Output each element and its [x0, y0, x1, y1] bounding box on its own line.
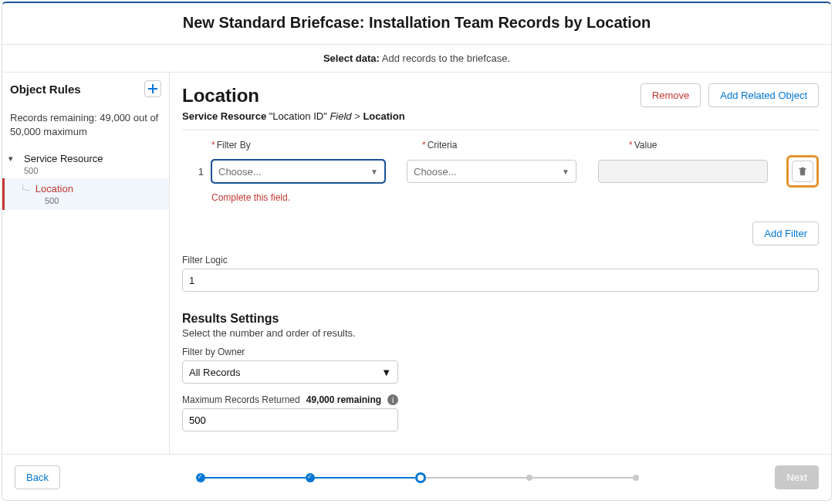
- page-title: Location: [182, 85, 259, 107]
- caret-down-icon: ▼: [370, 167, 378, 176]
- breadcrumb-separator: >: [354, 110, 363, 122]
- add-object-rule-button[interactable]: [144, 80, 161, 97]
- filter-by-combobox[interactable]: Choose... ▼: [211, 160, 385, 183]
- combobox-value: All Records: [189, 367, 240, 378]
- max-records-input[interactable]: [182, 408, 398, 431]
- step-line: [315, 477, 415, 479]
- chevron-down-icon: ▾: [8, 154, 21, 164]
- delete-highlight: [786, 155, 819, 188]
- step-1-dot: [196, 473, 205, 482]
- delete-filter-button[interactable]: [792, 161, 813, 182]
- value-label: *Value: [629, 140, 799, 151]
- results-settings-subtitle: Select the number and order of results.: [182, 327, 819, 339]
- plus-icon: [148, 84, 157, 93]
- step-line: [426, 477, 526, 479]
- progress-indicator: [60, 472, 775, 483]
- filter-by-owner-combobox[interactable]: All Records ▼: [182, 360, 398, 384]
- remove-button[interactable]: Remove: [641, 83, 701, 107]
- filter-by-owner-label: Filter by Owner: [182, 347, 819, 357]
- value-input[interactable]: [598, 160, 768, 183]
- combobox-placeholder: Choose...: [414, 166, 457, 178]
- sidebar-title: Object Rules: [10, 83, 81, 96]
- select-data-lead: Select data:: [323, 52, 380, 64]
- filter-logic-input[interactable]: [182, 269, 819, 292]
- max-records-remaining: 49,000 remaining: [306, 394, 381, 405]
- filter-row-number: 1: [182, 166, 211, 178]
- combobox-placeholder: Choose...: [218, 166, 262, 178]
- criteria-combobox[interactable]: Choose... ▼: [407, 160, 576, 183]
- max-records-label: Maximum Records Returned: [182, 394, 300, 405]
- tree-item-location[interactable]: └-- Location: [2, 178, 169, 196]
- tree-item-count: 500: [2, 166, 169, 175]
- breadcrumb-last: Location: [363, 110, 404, 122]
- select-data-rest: Add records to the briefcase.: [380, 52, 510, 64]
- breadcrumb-root: Service Resource: [182, 110, 266, 122]
- main-panel: Location Remove Add Related Object Servi…: [170, 73, 831, 454]
- records-remaining-label: Records remaining: 49,000 out of 50,000 …: [2, 105, 169, 148]
- breadcrumb-field-name: "Location ID": [269, 110, 327, 122]
- step-5-dot: [633, 475, 639, 481]
- modal-title: New Standard Briefcase: Installation Tea…: [2, 3, 831, 44]
- caret-down-icon: ▼: [381, 367, 391, 378]
- tree-item-label: Service Resource: [24, 153, 103, 164]
- breadcrumb-field-word: Field: [330, 110, 351, 122]
- tree-item-service-resource[interactable]: ▾ Service Resource: [2, 148, 169, 166]
- tree-item-label: Location: [35, 183, 73, 194]
- filter-by-error: Complete this field.: [182, 192, 819, 203]
- breadcrumb: Service Resource "Location ID" Field > L…: [182, 110, 819, 130]
- add-related-object-button[interactable]: Add Related Object: [708, 83, 819, 107]
- step-line: [205, 477, 306, 479]
- add-filter-button[interactable]: Add Filter: [752, 222, 819, 245]
- back-button[interactable]: Back: [15, 465, 60, 489]
- step-2-dot: [306, 473, 315, 482]
- criteria-label: *Criteria: [422, 140, 592, 151]
- filter-by-label: *Filter By: [211, 140, 385, 151]
- step-4-dot: [526, 475, 532, 481]
- step-3-dot: [415, 472, 426, 483]
- next-button: Next: [775, 465, 819, 489]
- tree-item-count: 500: [2, 196, 169, 210]
- sidebar: Object Rules Records remaining: 49,000 o…: [2, 73, 170, 454]
- caret-down-icon: ▼: [562, 167, 570, 176]
- filter-logic-label: Filter Logic: [182, 255, 819, 266]
- info-icon[interactable]: i: [387, 394, 398, 405]
- results-settings-title: Results Settings: [182, 312, 819, 326]
- trash-icon: [797, 166, 808, 177]
- select-data-line: Select data: Add records to the briefcas…: [2, 44, 831, 73]
- tree-connector-icon: └--: [20, 184, 29, 194]
- step-line: [532, 477, 633, 479]
